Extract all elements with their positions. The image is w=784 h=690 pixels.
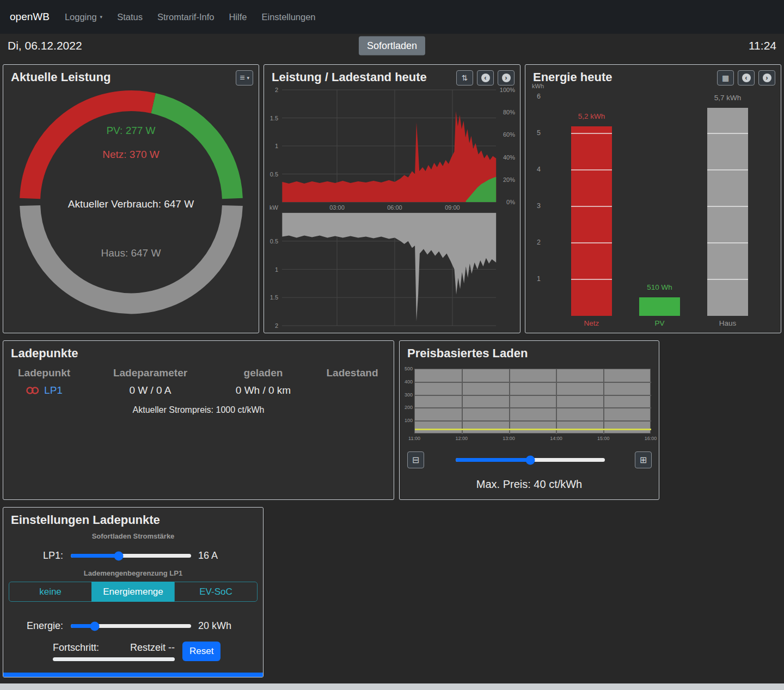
col-header-ladeparameter: Ladeparameter	[85, 367, 216, 379]
svg-text:1.5: 1.5	[270, 294, 278, 301]
horizontal-scrollbar[interactable]	[0, 683, 784, 690]
fortschritt-progress	[53, 657, 175, 661]
card-preisbasiertes-laden: Preisbasiertes Laden 50040030020010011:0…	[399, 340, 659, 500]
caret-down-icon: ▾	[100, 14, 103, 20]
preis-controls: ⊟ ⊞	[407, 451, 652, 469]
svg-text:40%: 40%	[503, 154, 515, 161]
svg-text:kW: kW	[270, 204, 279, 211]
card-leistung-heute: Leistung / Ladestand heute ⇅ ‹ › 21.510.…	[264, 64, 520, 333]
energie-prev-button[interactable]: ‹	[738, 70, 755, 86]
card-aktuelle-leistung: Aktuelle Leistung ≡ ▾ PV: 277 W Netz: 37…	[3, 64, 259, 333]
svg-text:06:00: 06:00	[387, 204, 402, 211]
reset-button[interactable]: Reset	[182, 642, 220, 661]
col-header-ladepunkt: Ladepunkt	[3, 367, 85, 379]
gauge-menu-button[interactable]: ≡ ▾	[236, 70, 253, 86]
lp1-ladeparameter: 0 W / 0 A	[85, 384, 216, 396]
navbar: openWB Logging ▾ Status Stromtarif-Info …	[0, 0, 784, 34]
svg-text:03:00: 03:00	[329, 204, 345, 211]
lp1-slider-label: LP1:	[3, 550, 63, 561]
nav-item-einstellungen[interactable]: Einstellungen	[258, 9, 318, 26]
svg-text:60%: 60%	[503, 131, 515, 138]
strompreis-label: Aktueller Strompreis: 1000 ct/kWh	[3, 405, 394, 415]
limit-keine-button[interactable]: keine	[9, 582, 92, 602]
nav-item-logging[interactable]: Logging ▾	[62, 9, 106, 26]
begrenzung-heading: Lademengenbegrenzung LP1	[3, 569, 263, 577]
slider-thumb[interactable]	[90, 621, 100, 631]
lp1-strom-row: LP1: 16 A	[3, 550, 263, 561]
chevron-right-icon: ›	[763, 74, 771, 82]
energie-value: 20 kWh	[198, 620, 231, 632]
pv-power-label: PV: 277 W	[17, 125, 246, 137]
svg-text:100%: 100%	[500, 87, 515, 93]
chart-next-button[interactable]: ›	[498, 70, 514, 86]
card-title-ladepunkte: Ladepunkte	[11, 346, 78, 361]
fortschritt-row: Fortschritt: Restzeit -- Reset	[53, 642, 263, 661]
lp1-strom-value: 16 A	[198, 550, 218, 561]
svg-text:1: 1	[275, 143, 278, 149]
hamburger-icon: ≡	[240, 73, 244, 83]
nav-item-status[interactable]: Status	[114, 9, 146, 26]
lp1-strom-slider[interactable]	[71, 554, 191, 558]
row-einstellungen: Einstellungen Ladepunkte Sofortladen Str…	[3, 507, 781, 677]
chevron-left-icon: ‹	[742, 74, 751, 82]
slider-thumb[interactable]	[526, 455, 535, 465]
nav-item-stromtarif-info[interactable]: Stromtarif-Info	[154, 9, 218, 26]
preis-increase-button[interactable]: ⊞	[635, 451, 652, 468]
limit-button-group: keine Energiemenge EV-SoC	[9, 582, 258, 602]
verbrauch-label: Aktueller Verbrauch: 647 W	[17, 198, 246, 210]
preis-decrease-button[interactable]: ⊟	[407, 451, 424, 468]
ladepunkte-table: Ladepunkt Ladeparameter geladen Ladestan…	[3, 367, 394, 396]
card-ladepunkte: Ladepunkte Ladepunkt Ladeparameter gelad…	[3, 340, 394, 500]
svg-text:1: 1	[275, 266, 278, 273]
card-title-aktuelle-leistung: Aktuelle Leistung	[11, 70, 111, 84]
max-preis-label: Max. Preis: 40 ct/kWh	[400, 478, 659, 491]
slider-thumb[interactable]	[114, 551, 124, 560]
svg-text:0%: 0%	[506, 199, 515, 205]
time-label: 11:24	[749, 39, 776, 52]
svg-text:1.5: 1.5	[270, 115, 278, 121]
preis-chart: 50040030020010011:0012:0013:0014:0015:00…	[400, 341, 659, 499]
energie-next-button[interactable]: ›	[758, 70, 775, 86]
caret-down-icon: ▾	[247, 75, 249, 81]
fortschritt-label: Fortschritt:	[53, 642, 99, 654]
svg-text:2: 2	[275, 322, 278, 329]
charge-point-rings-icon	[26, 386, 40, 395]
calendar-icon: ▦	[722, 74, 729, 82]
stromstaerke-heading: Sofortladen Stromstärke	[3, 532, 263, 540]
netz-power-label: Netz: 370 W	[17, 149, 246, 161]
nav-item-hilfe[interactable]: Hilfe	[225, 9, 250, 26]
calendar-button[interactable]: ▦	[717, 70, 734, 86]
sofortladen-mode-button[interactable]: Sofortladen	[359, 36, 425, 55]
energie-chart: kWh6543215,2 kWhNetz510 WhPV5,7 kWhHaus	[525, 65, 781, 333]
svg-text:0.5: 0.5	[270, 238, 278, 245]
svg-text:0.5: 0.5	[270, 171, 278, 178]
chart-prev-button[interactable]: ‹	[477, 70, 494, 86]
lp1-geladen: 0 Wh / 0 km	[216, 384, 311, 396]
chevron-left-icon: ‹	[481, 74, 490, 82]
energie-slider[interactable]	[71, 624, 191, 628]
minus-square-icon: ⊟	[412, 455, 419, 465]
card-title-energie-heute: Energie heute	[533, 70, 612, 84]
card-einstellungen-ladepunkte: Einstellungen Ladepunkte Sofortladen Str…	[3, 507, 264, 677]
max-preis-slider[interactable]	[456, 458, 605, 462]
svg-text:80%: 80%	[503, 109, 515, 115]
slider-fill	[71, 554, 119, 558]
row-ladepunkte: Ladepunkte Ladepunkt Ladeparameter gelad…	[3, 340, 781, 500]
row-charts: Aktuelle Leistung ≡ ▾ PV: 277 W Netz: 37…	[3, 64, 781, 333]
lp1-link[interactable]: LP1	[44, 384, 63, 396]
card-title-leistung-heute: Leistung / Ladestand heute	[272, 70, 427, 84]
chart-scale-button[interactable]: ⇅	[456, 70, 473, 86]
lp1-status-bar	[3, 673, 263, 677]
statusbar: Di, 06.12.2022 Sofortladen 11:24	[0, 34, 784, 57]
brand-openwb[interactable]: openWB	[10, 11, 50, 23]
table-row: LP1 0 W / 0 A 0 Wh / 0 km	[3, 384, 394, 396]
nav-logging-label: Logging	[65, 12, 97, 22]
limit-evsoc-button[interactable]: EV-SoC	[174, 582, 258, 602]
updown-arrows-icon: ⇅	[462, 74, 468, 82]
chevron-right-icon: ›	[502, 74, 511, 82]
power-gauge: PV: 277 W Netz: 370 W Aktueller Verbrauc…	[17, 88, 246, 316]
slider-fill	[456, 458, 530, 462]
limit-energiemenge-button[interactable]: Energiemenge	[91, 582, 175, 602]
leistung-chart: 21.510.5kW0.511.52100%80%60%40%20%0%03:0…	[264, 65, 520, 329]
card-energie-heute: Energie heute ▦ ‹ › kWh6543215,2 kWhNetz…	[525, 64, 781, 333]
